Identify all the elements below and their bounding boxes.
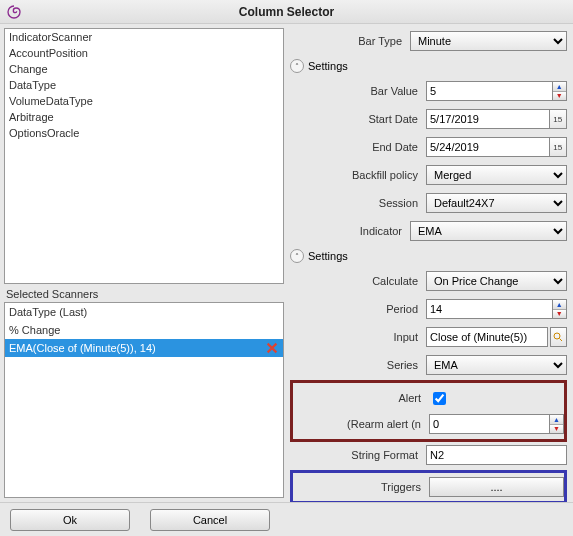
backfill-label: Backfill policy bbox=[306, 169, 426, 181]
session-select[interactable]: Default24X7 bbox=[426, 193, 567, 213]
collapse-icon[interactable]: ˄ bbox=[290, 249, 304, 263]
lookup-icon[interactable] bbox=[550, 327, 567, 347]
calendar-icon[interactable]: 15 bbox=[550, 137, 568, 157]
input-label: Input bbox=[306, 331, 426, 343]
selected-scanner-row[interactable]: EMA(Close of (Minute(5)), 14) bbox=[5, 339, 283, 357]
ok-button[interactable]: Ok bbox=[10, 509, 130, 531]
string-format-label: String Format bbox=[306, 449, 426, 461]
scanner-item[interactable]: Change bbox=[5, 61, 283, 77]
selected-scanner-row[interactable]: DataType (Last) bbox=[5, 303, 283, 321]
svg-point-0 bbox=[554, 333, 560, 339]
series-select[interactable]: EMA bbox=[426, 355, 567, 375]
settings-header-1: Settings bbox=[308, 60, 348, 72]
selected-scanner-row[interactable]: % Change bbox=[5, 321, 283, 339]
triggers-button[interactable]: .... bbox=[429, 477, 564, 497]
selected-scanners-list[interactable]: DataType (Last)% ChangeEMA(Close of (Min… bbox=[4, 302, 284, 498]
cancel-button[interactable]: Cancel bbox=[150, 509, 270, 531]
series-label: Series bbox=[306, 359, 426, 371]
end-date-input[interactable] bbox=[426, 137, 550, 157]
selected-scanner-label: DataType (Last) bbox=[9, 306, 87, 318]
scanner-item[interactable]: OptionsOracle bbox=[5, 125, 283, 141]
calculate-select[interactable]: On Price Change bbox=[426, 271, 567, 291]
svg-line-1 bbox=[560, 339, 563, 342]
calendar-icon[interactable]: 15 bbox=[550, 109, 568, 129]
scanner-item[interactable]: DataType bbox=[5, 77, 283, 93]
start-date-label: Start Date bbox=[306, 113, 426, 125]
period-input[interactable] bbox=[426, 299, 553, 319]
period-spinner[interactable]: ▲▼ bbox=[553, 299, 567, 319]
start-date-input[interactable] bbox=[426, 109, 550, 129]
period-label: Period bbox=[306, 303, 426, 315]
selected-scanner-label: % Change bbox=[9, 324, 60, 336]
end-date-label: End Date bbox=[306, 141, 426, 153]
settings-header-2: Settings bbox=[308, 250, 348, 262]
rearm-label: (Rearm alert (n bbox=[309, 418, 429, 430]
indicator-select[interactable]: EMA bbox=[410, 221, 567, 241]
string-format-input[interactable] bbox=[426, 445, 567, 465]
bar-value-input[interactable] bbox=[426, 81, 553, 101]
input-field[interactable] bbox=[426, 327, 548, 347]
triggers-label: Triggers bbox=[309, 481, 429, 493]
bar-type-label: Bar Type bbox=[290, 35, 410, 47]
bar-value-spinner[interactable]: ▲▼ bbox=[553, 81, 567, 101]
indicator-label: Indicator bbox=[290, 225, 410, 237]
delete-icon[interactable] bbox=[265, 341, 279, 355]
alert-label: Alert bbox=[309, 392, 429, 404]
calculate-label: Calculate bbox=[306, 275, 426, 287]
scanner-item[interactable]: VolumeDataType bbox=[5, 93, 283, 109]
scanner-item[interactable]: Arbitrage bbox=[5, 109, 283, 125]
selected-scanners-label: Selected Scanners bbox=[4, 284, 284, 302]
collapse-icon[interactable]: ˄ bbox=[290, 59, 304, 73]
backfill-select[interactable]: Merged bbox=[426, 165, 567, 185]
rearm-spinner[interactable]: ▲▼ bbox=[550, 414, 564, 434]
bar-value-label: Bar Value bbox=[306, 85, 426, 97]
rearm-input[interactable] bbox=[429, 414, 550, 434]
scanner-list[interactable]: IndicatorScannerAccountPositionChangeDat… bbox=[4, 28, 284, 284]
selected-scanner-label: EMA(Close of (Minute(5)), 14) bbox=[9, 342, 156, 354]
scanner-item[interactable]: AccountPosition bbox=[5, 45, 283, 61]
app-swirl-icon bbox=[6, 4, 22, 20]
session-label: Session bbox=[306, 197, 426, 209]
scanner-item[interactable]: IndicatorScanner bbox=[5, 29, 283, 45]
window-title: Column Selector bbox=[28, 5, 573, 19]
alert-checkbox[interactable] bbox=[433, 392, 446, 405]
bar-type-select[interactable]: Minute bbox=[410, 31, 567, 51]
titlebar: Column Selector bbox=[0, 0, 573, 24]
